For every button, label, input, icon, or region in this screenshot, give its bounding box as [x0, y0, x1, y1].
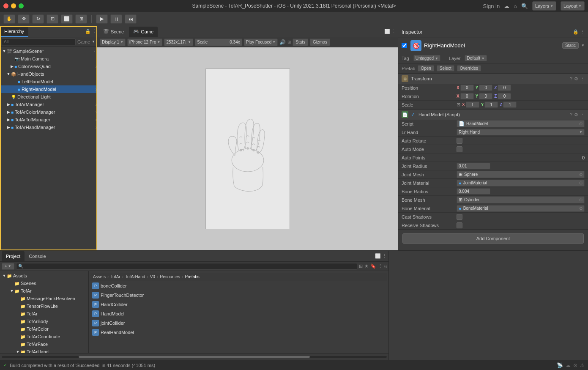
tree-item-maincamera[interactable]: 📷 Main Camera: [0, 55, 97, 63]
sign-in-button[interactable]: Sign in: [483, 3, 500, 9]
menu-icon[interactable]: ⋮: [92, 29, 97, 34]
pos-x-val[interactable]: 0: [460, 85, 474, 91]
overrides-button[interactable]: Overrides: [457, 65, 481, 71]
tree-item-tofarhandmanager[interactable]: ▶ ■ TofArHandManager ›: [0, 123, 97, 131]
object-active-checkbox[interactable]: [402, 43, 407, 48]
handmodel-header[interactable]: 📄 ✓ Hand Model (Script) ? ⚙ ⋮: [398, 110, 588, 120]
tofar-toggle[interactable]: ▼: [9, 289, 14, 293]
receiveshadows-checkbox[interactable]: [457, 222, 462, 228]
open-prefab-button[interactable]: Open: [418, 65, 434, 71]
pause-button[interactable]: ⏸: [110, 14, 122, 24]
tofar-root-item[interactable]: ▼ 📁 TofAr: [0, 287, 88, 295]
handmodel-menu-icon[interactable]: ⋮: [580, 112, 585, 118]
file-jointcollider[interactable]: P jointCollider: [90, 318, 387, 328]
assets-toggle[interactable]: ▼: [2, 274, 7, 278]
scale-y-val[interactable]: 1: [484, 101, 498, 108]
close-button[interactable]: [3, 3, 8, 8]
bonematerial-ref[interactable]: ● BoneMaterial ⊙: [457, 205, 585, 212]
scale-z-val[interactable]: 1: [503, 101, 517, 108]
step-button[interactable]: ⏭: [125, 14, 137, 24]
stats-button[interactable]: Stats: [293, 38, 308, 46]
tofarcolor-item[interactable]: 📁 TofArColor: [0, 325, 88, 333]
transform-settings-icon[interactable]: ⚙: [574, 76, 578, 82]
scroll-track[interactable]: [2, 356, 387, 358]
bonemesh-select[interactable]: ⊙: [579, 197, 583, 202]
toggle-tam[interactable]: ▶: [6, 102, 11, 107]
file-handcollider[interactable]: P HandCollider: [90, 300, 387, 309]
project-icon-3[interactable]: 🔖: [370, 263, 376, 269]
scenes-item[interactable]: 📁 Scenes: [0, 280, 88, 287]
rotate-tool[interactable]: ↻: [32, 14, 44, 24]
toggle-tcm[interactable]: ▶: [6, 110, 11, 114]
tree-item-tofarmanager[interactable]: ▶ ■ TofArManager ›: [0, 101, 97, 108]
tofarhand-item[interactable]: ▼ 📁 TofArHand: [0, 348, 88, 353]
bc-v0[interactable]: V0: [150, 274, 155, 279]
bc-tofarhand[interactable]: TofArHand: [125, 274, 145, 279]
transform-menu-icon[interactable]: ⋮: [580, 76, 585, 82]
lock-inspector-icon[interactable]: 🔒: [573, 29, 579, 35]
project-menu-icon[interactable]: ⋮: [382, 253, 387, 259]
project-search[interactable]: [16, 263, 357, 270]
toggle-colorviewquad[interactable]: ▶: [9, 64, 14, 69]
tag-dropdown[interactable]: Untagged ▼: [413, 55, 440, 61]
mute-icon[interactable]: 🔊: [279, 39, 286, 45]
castshadows-checkbox[interactable]: [457, 214, 462, 220]
hierarchy-content[interactable]: ▼ 🎬 SampleScene* ⋮ 📷 Main Camera ▶ ■ Col…: [0, 47, 97, 250]
file-realhandmodel[interactable]: P RealHandModel: [90, 328, 387, 337]
collab-status-icon[interactable]: ☁: [566, 362, 571, 368]
cloud-icon[interactable]: ☁: [504, 3, 509, 9]
jointmaterial-select[interactable]: ⊙: [579, 181, 583, 185]
handmodel-settings-icon[interactable]: ⚙: [574, 112, 578, 118]
bc-resources[interactable]: Resources: [160, 274, 180, 279]
bc-tofar[interactable]: TofAr: [110, 274, 120, 279]
tree-item-tofartofmanager[interactable]: ▶ ■ TofArTofManager ›: [0, 116, 97, 123]
rect-tool[interactable]: ⬜: [61, 14, 73, 24]
hand-tool[interactable]: ✋: [3, 14, 15, 24]
toggle-handobjects[interactable]: ▼: [6, 72, 11, 76]
transform-tool[interactable]: ⊞: [75, 14, 87, 24]
jointradius-value[interactable]: 0.01: [457, 163, 490, 169]
tree-item-colorviewquad[interactable]: ▶ ■ ColorViewQuad ›: [0, 63, 97, 70]
tree-item-samplescene[interactable]: ▼ 🎬 SampleScene* ⋮: [0, 47, 97, 55]
transform-header[interactable]: ⊕ Transform ? ⚙ ⋮: [398, 74, 588, 84]
object-name[interactable]: RightHandModel: [424, 42, 560, 49]
layout-dropdown[interactable]: Layout ▼: [561, 1, 585, 11]
project-maximize-icon[interactable]: ⬜: [375, 253, 381, 259]
search-icon[interactable]: 🔍: [521, 3, 528, 9]
minimize-button[interactable]: [11, 3, 16, 8]
lock-icon[interactable]: 🔒: [85, 29, 91, 34]
bc-prefabs[interactable]: Prefabs: [185, 274, 199, 279]
project-icon-1[interactable]: ⊞: [359, 263, 363, 269]
tree-item-tofarcolormanager[interactable]: ▶ ■ TofArColorManager ›: [0, 108, 97, 116]
rot-x-val[interactable]: 0: [460, 93, 474, 99]
add-component-button[interactable]: Add Component: [402, 233, 584, 244]
play-button[interactable]: ▶: [96, 14, 108, 24]
autorotate-checkbox[interactable]: [457, 138, 462, 144]
toggle-samplescene[interactable]: ▼: [2, 49, 7, 53]
tree-item-handobjects[interactable]: ▼ 📦 HandObjects: [0, 70, 97, 78]
scale-tool[interactable]: ⊡: [46, 14, 58, 24]
scale-dropdown[interactable]: Scale 0.34x: [195, 38, 242, 46]
rot-y-val[interactable]: 0: [479, 93, 492, 99]
warning-icon[interactable]: ⚠: [580, 362, 585, 368]
project-icon-4[interactable]: ⋮: [378, 263, 383, 269]
tree-item-righthandmodel[interactable]: ■ RightHandModel ›: [0, 85, 97, 93]
project-tab[interactable]: Project: [2, 251, 25, 261]
pos-y-val[interactable]: 0: [479, 85, 492, 91]
tree-item-dirlight[interactable]: 💡 Directional Light: [0, 93, 97, 101]
jointmesh-ref[interactable]: ⊞ Sphere ⊙: [457, 171, 585, 178]
bonemesh-ref[interactable]: ⊞ Cylinder ⊙: [457, 196, 585, 203]
toggle-ttm[interactable]: ▶: [6, 118, 11, 122]
tofarhand-toggle[interactable]: ▼: [15, 350, 20, 353]
add-asset-button[interactable]: + ▼: [2, 263, 14, 270]
play-focused-dropdown[interactable]: Play Focused ▼: [244, 38, 278, 46]
scroll-thumb[interactable]: [79, 356, 310, 358]
script-ref-field[interactable]: 📄 HandModel ⊙: [457, 120, 585, 127]
game-tab[interactable]: 🎮 Game: [129, 27, 158, 37]
transform-help-icon[interactable]: ?: [570, 76, 572, 81]
maximize-button[interactable]: [19, 3, 24, 8]
jointmesh-select[interactable]: ⊙: [579, 172, 583, 177]
hierarchy-search[interactable]: [2, 38, 76, 45]
automode-checkbox[interactable]: [457, 146, 462, 152]
samplescene-menu[interactable]: ⋮: [93, 49, 97, 54]
